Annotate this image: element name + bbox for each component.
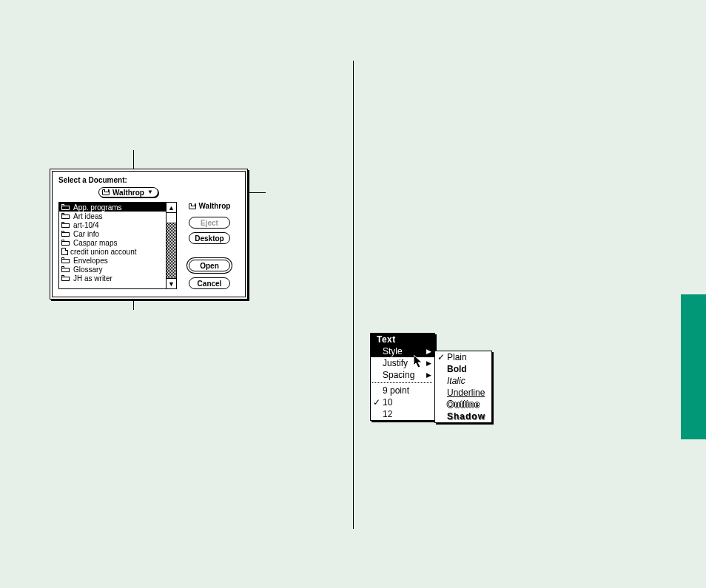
folder-icon xyxy=(61,213,70,220)
open-file-dialog: Select a Document: Walthrop ▼ App. progr… xyxy=(50,169,248,300)
style-item-label: Bold xyxy=(447,364,467,374)
file-row-label: credit union account xyxy=(70,248,137,256)
file-row-label: Glossary xyxy=(73,266,102,274)
scroll-down-arrow-icon[interactable]: ▼ xyxy=(167,278,176,288)
file-row[interactable]: art-10/4 xyxy=(59,220,166,229)
style-item-italic[interactable]: Italic xyxy=(435,375,491,387)
file-row[interactable]: App. programs xyxy=(59,203,166,212)
desktop-button[interactable]: Desktop xyxy=(189,232,230,244)
file-row[interactable]: Envelopes xyxy=(59,256,166,265)
style-item-label: Outline xyxy=(447,399,480,410)
file-row-label: Envelopes xyxy=(73,257,108,265)
folder-icon xyxy=(61,257,70,264)
folder-popup-label: Walthrop xyxy=(112,189,144,197)
file-row-label: Art ideas xyxy=(73,212,102,220)
side-thumb-tab xyxy=(681,294,706,439)
style-item-label: Italic xyxy=(447,376,465,386)
size-item[interactable]: 10 xyxy=(371,396,434,408)
style-item-bold[interactable]: Bold xyxy=(435,363,491,375)
menu-item-label: Style xyxy=(383,346,403,356)
page-column-divider xyxy=(353,61,354,529)
scroll-thumb[interactable] xyxy=(167,213,176,223)
file-row-label: Car info xyxy=(73,230,99,238)
popup-arrow-icon: ▼ xyxy=(147,189,153,195)
scroll-up-arrow-icon[interactable]: ▲ xyxy=(167,203,176,213)
menu-item-label: Justify xyxy=(383,358,408,368)
style-item-label: Shadow xyxy=(447,411,485,422)
disk-icon xyxy=(102,189,110,195)
file-row[interactable]: Car info xyxy=(59,229,166,238)
file-row[interactable]: Art ideas xyxy=(59,212,166,220)
size-item-label: 10 xyxy=(383,397,392,408)
submenu-arrow-icon: ▶ xyxy=(426,371,431,379)
style-item-label: Plain xyxy=(447,352,467,362)
folder-icon xyxy=(61,240,70,246)
file-row[interactable]: JH as writer xyxy=(59,274,166,283)
submenu-arrow-icon: ▶ xyxy=(426,348,431,355)
eject-button[interactable]: Eject xyxy=(189,217,230,229)
scroll-track[interactable] xyxy=(167,213,176,278)
folder-popup[interactable]: Walthrop ▼ xyxy=(98,187,158,197)
menu-item-justify[interactable]: Justify▶ xyxy=(371,357,434,369)
size-item-label: 12 xyxy=(383,409,392,419)
file-list-scrollbar[interactable]: ▲ ▼ xyxy=(166,203,176,288)
style-submenu: PlainBoldItalicUnderlineOutlineShadow xyxy=(434,351,492,423)
document-icon xyxy=(61,248,68,255)
menu-separator xyxy=(372,382,433,383)
folder-icon xyxy=(61,222,70,229)
text-menu-group: Text Style▶Justify▶Spacing▶ 9 point1012 … xyxy=(370,333,435,421)
style-item-outline[interactable]: Outline xyxy=(435,399,491,410)
file-row[interactable]: Glossary xyxy=(59,265,166,274)
open-button[interactable]: Open xyxy=(189,260,230,271)
style-item-underline[interactable]: Underline xyxy=(435,387,491,399)
menu-item-spacing[interactable]: Spacing▶ xyxy=(371,369,434,381)
file-row-label: Caspar maps xyxy=(73,239,117,247)
text-menu: Text Style▶Justify▶Spacing▶ 9 point1012 xyxy=(370,333,435,421)
folder-icon xyxy=(61,231,70,237)
disk-label: Walthrop xyxy=(189,202,231,210)
style-item-plain[interactable]: Plain xyxy=(435,351,491,363)
style-item-shadow[interactable]: Shadow xyxy=(435,410,491,422)
size-item-label: 9 point xyxy=(383,385,409,396)
file-row[interactable]: Caspar maps xyxy=(59,238,166,247)
folder-icon xyxy=(61,266,70,273)
file-row[interactable]: credit union account xyxy=(59,247,166,256)
folder-icon xyxy=(61,204,70,211)
folder-icon xyxy=(61,275,70,282)
dialog-title: Select a Document: xyxy=(58,176,239,184)
submenu-arrow-icon: ▶ xyxy=(426,359,431,367)
size-item[interactable]: 12 xyxy=(371,408,434,420)
file-row-label: JH as writer xyxy=(73,274,112,283)
menu-item-label: Spacing xyxy=(383,370,414,380)
file-list: App. programsArt ideasart-10/4Car infoCa… xyxy=(58,202,177,289)
file-row-label: art-10/4 xyxy=(73,221,98,229)
text-menu-title: Text xyxy=(371,334,434,345)
size-item[interactable]: 9 point xyxy=(371,385,434,396)
style-item-label: Underline xyxy=(447,388,485,398)
menu-item-style[interactable]: Style▶ xyxy=(371,345,434,357)
disk-icon xyxy=(189,203,196,209)
cancel-button[interactable]: Cancel xyxy=(189,277,230,289)
file-row-label: App. programs xyxy=(73,203,122,212)
